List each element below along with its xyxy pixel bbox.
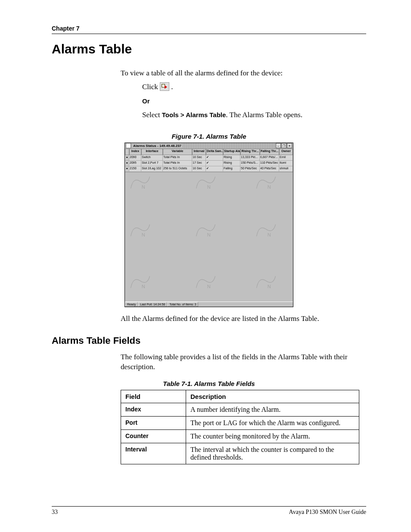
table-row: PortThe port or LAG for which the Alarm … (121, 416, 359, 429)
cell: 2095 (129, 161, 141, 166)
cell: 16 Sec (192, 155, 206, 161)
select-prefix: Select (142, 111, 162, 119)
cell: ● (125, 166, 129, 172)
table-caption: Table 7-1. Alarms Table Fields (52, 380, 366, 387)
select-menu-path: Tools > Alarms Table (162, 111, 226, 118)
watermark-icon: N (194, 174, 218, 193)
th-field: Field (121, 390, 186, 403)
after-figure-text: All the Alarms defined for the device ar… (121, 314, 366, 324)
col-startup[interactable]: Startup Ala... (223, 149, 240, 155)
col-interface[interactable]: Interface (141, 149, 163, 155)
watermark-icon: N (128, 174, 152, 193)
col-owner[interactable]: Owner (279, 149, 293, 155)
svg-text:N: N (142, 184, 145, 189)
svg-text:N: N (268, 283, 271, 289)
grid-empty-area: N N N N N N N N N (125, 172, 293, 302)
svg-text:N: N (207, 232, 211, 237)
fields-table: Field Description IndexA number identify… (121, 390, 359, 464)
or-label: Or (142, 97, 150, 105)
watermark-icon: N (254, 222, 278, 241)
table-row: IndexA number identifying the Alarm. (121, 403, 359, 416)
chapter-label: Chapter 7 (52, 25, 366, 32)
field-name: Interval (121, 443, 186, 464)
status-total: Total No. of Items: 3 (167, 302, 198, 307)
table-row: IntervalThe interval at which the counte… (121, 443, 359, 464)
figure-7-1: Alarms Status - 149.49.48.237 – ❐ ✕ Inde… (125, 143, 293, 307)
cell: 6,667 Pkts/... (260, 155, 279, 161)
cell: Slot 2,Port 7 (141, 161, 163, 166)
cell: Total Pkts In (163, 161, 192, 166)
col-variable[interactable]: Variable (163, 149, 192, 155)
cell: 150 Pkts/S... (240, 161, 260, 166)
cell: Switch (141, 155, 163, 161)
steps-block: Click . Or Select Tools > Alarms Table. … (142, 82, 366, 121)
window-icon (126, 143, 131, 148)
col-index[interactable]: Index (129, 149, 141, 155)
col-falling[interactable]: Falling Thr... (260, 149, 279, 155)
watermark-icon: N (254, 274, 278, 293)
table-header-row: Field Description (121, 390, 359, 403)
cell: 40 Pkts/Sec (260, 166, 279, 172)
col-selector[interactable] (125, 149, 129, 155)
status-bar: Ready Last Poll: 14:24:58 Total No. of I… (125, 302, 293, 307)
click-label: Click (142, 83, 160, 91)
table-row[interactable]: ●2090SwitchTotal Pkts In16 Sec✔Rising13,… (125, 155, 293, 161)
select-suffix: . The Alarms Table opens. (226, 111, 302, 119)
svg-text:N: N (142, 283, 145, 289)
svg-text:N: N (268, 184, 271, 189)
cell: Falling (223, 166, 240, 172)
page-footer: 33 Avaya P130 SMON User Guide (52, 509, 366, 516)
section-title-fields: Alarms Table Fields (52, 335, 366, 346)
cell: ● (125, 155, 129, 161)
cell: shmuli (279, 166, 293, 172)
close-icon[interactable]: ✕ (287, 143, 292, 148)
table-row[interactable]: ●2150Slot 2/Lag 102256 to 511 Octets16 S… (125, 166, 293, 172)
svg-text:N: N (142, 232, 145, 237)
cell: Rising (223, 161, 240, 166)
cell: Total Pkts In (163, 155, 192, 161)
cell: 16 Sec (192, 166, 206, 172)
cell: ✔ (206, 155, 223, 161)
grid-header-row: Index Interface Variable Interval Delta … (125, 149, 293, 155)
status-last-poll: Last Poll: 14:24:58 (138, 302, 167, 307)
page-number: 33 (52, 509, 58, 516)
cell: ✔ (206, 166, 223, 172)
cell: Slot 2/Lag 102 (141, 166, 163, 172)
alarms-toolbar-icon (160, 82, 169, 91)
status-ready: Ready (125, 302, 138, 307)
cell: 2090 (129, 155, 141, 161)
watermark-icon: N (194, 274, 218, 293)
cell: ✔ (206, 161, 223, 166)
minimize-icon[interactable]: – (276, 143, 281, 148)
doc-title: Avaya P130 SMON User Guide (289, 509, 366, 516)
fields-intro: The following table provides a list of t… (121, 352, 366, 372)
cell: 50 Pkts/Sec (240, 166, 260, 172)
th-description: Description (186, 390, 359, 403)
cell: ● (125, 161, 129, 166)
cell: Itomi (279, 161, 293, 166)
intro-text: To view a table of all the alarms define… (121, 68, 366, 78)
click-period: . (171, 83, 173, 91)
field-name: Port (121, 416, 186, 429)
header-rule (52, 34, 366, 34)
field-name: Index (121, 403, 186, 416)
field-desc: The counter being monitored by the Alarm… (186, 429, 359, 443)
table-row: CounterThe counter being monitored by th… (121, 429, 359, 443)
cell: 2150 (129, 166, 141, 172)
col-rising[interactable]: Rising Thr... (240, 149, 260, 155)
table-row[interactable]: ●2095Slot 2,Port 7Total Pkts In17 Sec✔Ri… (125, 161, 293, 166)
maximize-icon[interactable]: ❐ (281, 143, 286, 148)
cell: 256 to 511 Octets (163, 166, 192, 172)
cell: Rising (223, 155, 240, 161)
col-delta[interactable]: Delta Sam... (206, 149, 223, 155)
cell: 13,333 Pkt... (240, 155, 260, 161)
svg-text:N: N (207, 283, 211, 289)
cell: Ernil (279, 155, 293, 161)
svg-text:N: N (268, 232, 271, 237)
svg-text:N: N (207, 184, 211, 189)
figure-caption: Figure 7-1. Alarms Table (52, 133, 366, 140)
col-interval[interactable]: Interval (192, 149, 206, 155)
watermark-icon: N (128, 222, 152, 241)
field-desc: A number identifying the Alarm. (186, 403, 359, 416)
field-name: Counter (121, 429, 186, 443)
